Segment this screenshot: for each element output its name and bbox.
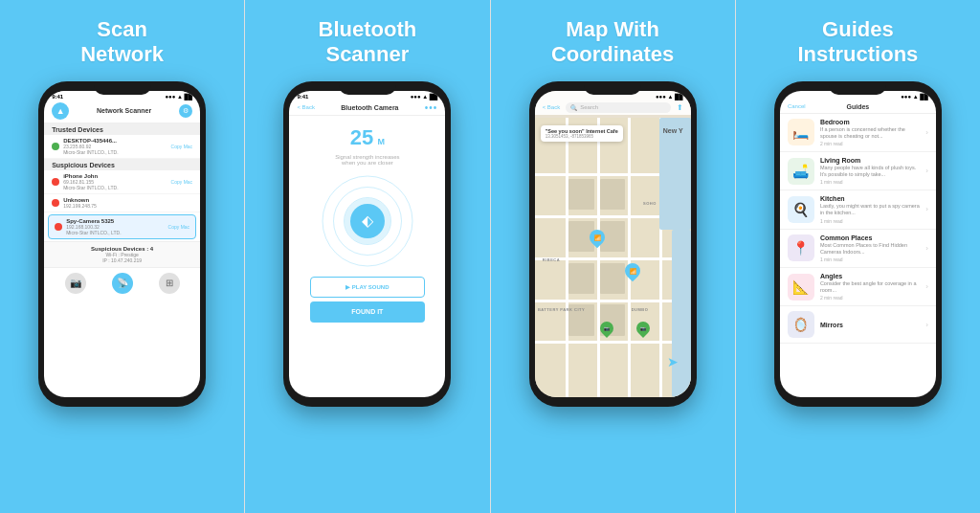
popup-title: "See you soon" Internet Cafe <box>546 128 618 134</box>
guide-time-angles: 2 min read <box>820 295 922 301</box>
guide-text-kitchen: Kitchen Lastly, you might want to put a … <box>820 195 922 223</box>
suspicious-section-label: Suspicious Devices <box>44 159 200 170</box>
guide-icon-bedroom: 🛏️ <box>788 119 814 145</box>
guide-desc-kitchen: Lastly, you might want to put a spy came… <box>820 203 922 216</box>
direction-arrow: ➤ <box>667 354 679 369</box>
panel-title-guides: Guides Instructions <box>797 17 918 68</box>
grid-btn[interactable]: ⊞ <box>159 273 180 294</box>
guide-icon-angles: 📐 <box>788 274 814 301</box>
time-1: 9:41 <box>52 94 63 100</box>
wifi-pin-icon-1 <box>586 226 608 248</box>
phone-screen-2: 9:41 ●●● ▲ ██ < Back Bluetooth Camera ••… <box>289 91 445 397</box>
street-v-2 <box>597 118 600 397</box>
phone-mockup-2: 9:41 ●●● ▲ ██ < Back Bluetooth Camera ••… <box>283 81 451 407</box>
phone-screen-4: ●●● ▲ ██ Cancel Guides Cancel 🛏️ Bedroom… <box>780 91 936 397</box>
time-2: 9:41 <box>297 94 308 100</box>
block-5 <box>568 263 593 294</box>
guide-icon-mirrors: 🪞 <box>788 311 814 338</box>
distance-label: Signal strength increases when you are c… <box>289 154 445 166</box>
panel-scan-network: Scan Network 9:41 ●●● ▲ ██ ▲ Network Sca… <box>0 0 245 513</box>
guide-time-livingroom: 1 min read <box>820 179 922 185</box>
block-6 <box>600 263 625 294</box>
play-sound-btn[interactable]: ▶ PLAY SOUND <box>310 277 425 298</box>
signal-2: ●●● ▲ ██ <box>411 94 438 100</box>
chevron-bedroom: › <box>925 128 928 137</box>
phone-mockup-4: ●●● ▲ ██ Cancel Guides Cancel 🛏️ Bedroom… <box>774 81 942 407</box>
chevron-common: › <box>925 244 928 253</box>
guide-title-bedroom: Bedroom <box>820 119 922 125</box>
guide-item-1[interactable]: 🛋️ Living Room Many people have all kind… <box>780 152 936 190</box>
search-bar[interactable]: 🔍 Search <box>566 102 670 113</box>
trusted-device-vendor: Micro-Star INTLCO., LTD. <box>63 149 168 155</box>
phone-mockup-3: ●●● ▲ ██ < Back 🔍 Search ⬆ <box>529 81 697 407</box>
suspicious-copy-2[interactable]: Copy Mac <box>168 224 190 230</box>
wifi-scan-btn[interactable]: 📡 <box>112 273 133 294</box>
guide-title-angles: Angles <box>820 273 922 279</box>
guide-title-mirrors: Mirrors <box>820 322 922 328</box>
scan-footer: Suspicious Devices : 4 Wi-Fi : Prestige … <box>44 241 200 267</box>
guide-item-5[interactable]: 🪞 Mirrors › <box>780 306 936 344</box>
guide-text-bedroom: Bedroom If a person is concerned whether… <box>820 119 922 146</box>
spacer: Cancel <box>910 103 928 109</box>
trusted-device-info: DESKTOP-435446... 23.235.60.92 Micro-Sta… <box>63 138 168 155</box>
guide-text-mirrors: Mirrors <box>820 322 922 328</box>
panel-title-scan: Scan Network <box>80 17 164 68</box>
phone-screen-3: ●●● ▲ ██ < Back 🔍 Search ⬆ <box>535 91 691 397</box>
trusted-section-label: Trusted Devices <box>44 123 200 135</box>
guide-desc-livingroom: Many people have all kinds of plush toys… <box>820 165 922 178</box>
navbar-4: Cancel Guides Cancel <box>780 100 936 114</box>
guide-item-0[interactable]: 🛏️ Bedroom If a person is concerned whet… <box>780 114 936 152</box>
chevron-mirrors: › <box>925 321 928 329</box>
guide-item-4[interactable]: 📐 Angles Consider the best angle for cov… <box>780 268 936 306</box>
trusted-dot <box>52 143 59 150</box>
guide-time-bedroom: 2 min read <box>820 141 922 146</box>
guide-text-angles: Angles Consider the best angle for cover… <box>820 273 922 301</box>
panel-guides: Guides Instructions ●●● ▲ ██ Cancel Guid… <box>736 0 980 513</box>
gear-icon[interactable]: ⚙ <box>179 104 192 118</box>
wifi-pin-icon-2 <box>622 259 644 281</box>
panel-title-map: Map With Coordinates <box>551 17 674 68</box>
more-options-2[interactable]: ••• <box>425 102 438 113</box>
street-h-5 <box>535 341 691 344</box>
location-popup: "See you soon" Internet Cafe 13.3051453,… <box>541 125 623 142</box>
distance-value: 25 <box>350 125 373 149</box>
cancel-btn[interactable]: Cancel <box>788 103 806 109</box>
phone-mockup-1: 9:41 ●●● ▲ ██ ▲ Network Scanner ⚙ Truste… <box>38 81 206 407</box>
guide-item-3[interactable]: 📍 Common Places Most Common Places to Fi… <box>780 230 936 268</box>
radar-display: ⬖ <box>320 173 415 269</box>
ribeca-label: RIBECA <box>543 257 560 262</box>
trusted-copy-btn[interactable]: Copy Mac <box>171 144 193 149</box>
found-it-btn[interactable]: FOUND IT <box>310 301 425 323</box>
guide-desc-bedroom: If a person is concerned whether the spo… <box>820 126 922 140</box>
guide-time-kitchen: 1 min read <box>820 218 922 224</box>
block-1 <box>568 179 593 210</box>
phone-notch-2 <box>339 81 396 95</box>
back-btn-3[interactable]: < Back <box>543 104 561 110</box>
guide-title-kitchen: Kitchen <box>820 195 922 202</box>
trusted-device-row: DESKTOP-435446... 23.235.60.92 Micro-Sta… <box>44 135 200 159</box>
street-h-4 <box>535 300 691 302</box>
guide-desc-common: Most Common Places to Find Hidden Camera… <box>820 242 922 256</box>
search-placeholder: Search <box>580 104 598 110</box>
guide-icon-kitchen: 🍳 <box>788 196 814 223</box>
bluetooth-center-icon: ⬖ <box>350 204 385 238</box>
guide-item-2[interactable]: 🍳 Kitchen Lastly, you might want to put … <box>780 190 936 229</box>
panel-bluetooth: Bluetooth Scanner 9:41 ●●● ▲ ██ < Back B… <box>245 0 490 513</box>
guide-text-livingroom: Living Room Many people have all kinds o… <box>820 157 922 185</box>
guides-title: Guides <box>847 103 870 110</box>
street-v-1 <box>566 118 568 397</box>
cam-pin-icon-1 <box>597 319 616 338</box>
back-btn-2[interactable]: < Back <box>297 104 315 110</box>
phone-screen-1: 9:41 ●●● ▲ ██ ▲ Network Scanner ⚙ Truste… <box>44 91 200 397</box>
share-icon[interactable]: ⬆ <box>677 103 683 112</box>
camera-btn[interactable]: 📷 <box>65 273 86 294</box>
suspicious-copy-0[interactable]: Copy Mac <box>171 179 193 185</box>
navbar-2: < Back Bluetooth Camera ••• <box>289 100 445 116</box>
map-area[interactable]: MEATPACKING DISTRICT SOHO RIBECA BATTERY… <box>535 118 691 397</box>
suspicious-dot-0 <box>52 178 59 186</box>
wifi-pin-1 <box>590 230 605 245</box>
panel-map: Map With Coordinates ●●● ▲ ██ < Back 🔍 S… <box>491 0 736 513</box>
suspicious-selected-row[interactable]: Spy-Camera 5325 192.168.100.32 Micro-Sta… <box>48 214 196 239</box>
ny-label: New Y <box>663 127 683 134</box>
dumbo-label: DUMBO <box>632 307 649 312</box>
